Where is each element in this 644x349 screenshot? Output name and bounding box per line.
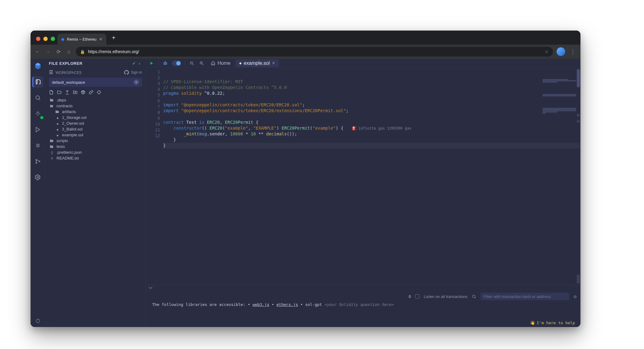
forward-button[interactable]: → <box>45 49 51 54</box>
listen-label: Listen on all transactions <box>424 294 467 299</box>
close-tab-icon[interactable]: ✕ <box>99 37 103 42</box>
terminal-search-icon[interactable] <box>472 294 476 299</box>
code-line[interactable]: // SPDX-License-Identifier: MIT <box>163 79 580 85</box>
tree-item[interactable]: README.txt <box>48 155 143 161</box>
hamburger-icon[interactable]: ☰ <box>49 70 53 75</box>
upload-folder-icon[interactable] <box>73 90 78 95</box>
zoom-in-icon[interactable] <box>197 59 206 67</box>
reload-button[interactable]: ⟳ <box>55 49 62 55</box>
address-bar[interactable]: 🔒 https://remix.ethereum.org/ ☆ <box>76 47 553 57</box>
git-icon[interactable] <box>32 156 43 167</box>
tab-file[interactable]: ◆ example.sol ✕ <box>236 59 279 67</box>
plugin-manager-icon[interactable] <box>31 315 45 327</box>
workspaces-label: WORKSPACES <box>56 71 82 75</box>
compiler-icon[interactable] <box>32 108 43 119</box>
tree-item[interactable]: example.sol <box>48 132 143 138</box>
code-line[interactable]: } <box>163 137 580 143</box>
lib-link[interactable]: ethers.js <box>276 302 298 307</box>
clear-terminal-icon[interactable]: ⊘ <box>573 294 577 299</box>
tree-item-label: .deps <box>57 98 66 102</box>
code-editor[interactable]: 123456789101112 // SPDX-License-Identifi… <box>146 68 580 285</box>
url-text: https://remix.ethereum.org/ <box>88 49 139 54</box>
signin-link[interactable]: Sign in <box>124 70 142 75</box>
code-line[interactable]: import "@openzeppelin/contracts/token/ER… <box>163 102 580 108</box>
add-workspace-icon[interactable]: + <box>134 79 139 85</box>
home-button[interactable]: ⌂ <box>65 49 72 54</box>
tab-home[interactable]: Home <box>207 59 234 67</box>
search-plugin-icon[interactable] <box>32 92 43 103</box>
lib-link[interactable]: web3.js <box>253 302 269 307</box>
tree-item[interactable]: 3_Ballot.sol <box>48 126 143 132</box>
code-line[interactable]: constructor() ERC20("example", "EXAMPLE"… <box>163 125 580 131</box>
browser-tab[interactable]: ◆ Remix – Ethereu ✕ <box>57 34 106 45</box>
terminal-collapse-bar[interactable]: ︾ <box>146 285 580 292</box>
new-file-icon[interactable] <box>49 90 54 95</box>
code-line[interactable]: // Compatible with OpenZeppelin Contract… <box>163 85 580 90</box>
toggle-switch[interactable] <box>172 61 181 66</box>
profile-avatar[interactable] <box>557 47 565 56</box>
panel-chevron-icon[interactable]: › <box>139 61 140 66</box>
minimap[interactable] <box>543 69 579 100</box>
workspace-selector[interactable]: default_workspace + <box>49 78 142 87</box>
code-line[interactable] <box>163 114 580 119</box>
tree-item[interactable]: 2_Owner.sol <box>48 120 143 126</box>
svg-point-3 <box>36 162 37 163</box>
tree-item[interactable]: tests <box>48 144 143 149</box>
tree-item[interactable]: scripts <box>48 138 143 144</box>
code-line[interactable]: import "@openzeppelin/contracts/token/ER… <box>163 108 580 114</box>
remix-logo-icon[interactable] <box>32 61 43 72</box>
tree-item-label: .prettierrc.json <box>57 150 82 155</box>
code-line[interactable]: pragma solidity ^0.8.22; <box>163 90 580 96</box>
bookmark-star-icon[interactable]: ☆ <box>545 49 549 54</box>
file-explorer-icon[interactable] <box>32 76 43 87</box>
close-window-icon[interactable] <box>36 37 40 41</box>
terminal-output[interactable]: The following libraries are accessible: … <box>146 301 580 327</box>
back-button[interactable]: ← <box>34 49 41 54</box>
tree-item[interactable]: artifacts <box>48 109 143 115</box>
debugger-icon[interactable] <box>32 140 43 151</box>
code-area[interactable]: // SPDX-License-Identifier: MIT// Compat… <box>163 68 580 285</box>
helper-widget[interactable]: 👋 I'm here to help <box>530 321 575 325</box>
listen-checkbox[interactable] <box>415 294 419 299</box>
terminal-filter-input[interactable] <box>481 293 569 300</box>
file-toolbar <box>49 90 142 95</box>
maximize-window-icon[interactable] <box>51 37 55 41</box>
code-line[interactable]: } <box>163 143 580 149</box>
tree-item[interactable]: contracts <box>48 103 143 109</box>
tree-item[interactable]: 1_Storage.sol <box>48 115 143 120</box>
scrollbar-thumb[interactable] <box>577 69 580 87</box>
tree-item[interactable]: .deps <box>48 97 143 103</box>
minimize-window-icon[interactable] <box>43 37 48 41</box>
code-line[interactable]: contract Test is ERC20, ERC20Permit { <box>163 119 580 125</box>
link-icon[interactable] <box>89 90 93 95</box>
svg-point-8 <box>166 63 166 64</box>
chevron-down-icon[interactable]: ︾ <box>148 286 153 292</box>
panel-header: FILE EXPLORER ✓ › <box>45 59 146 68</box>
deploy-run-icon[interactable] <box>32 124 43 135</box>
terminal-line: • ethers.js <box>272 302 298 307</box>
home-icon <box>211 61 215 65</box>
settings-icon[interactable] <box>32 172 43 183</box>
new-tab-button[interactable]: ＋ <box>106 33 121 45</box>
code-line[interactable] <box>163 96 580 102</box>
browser-menu-icon[interactable]: ⋮ <box>569 48 577 55</box>
helper-text: I'm here to help <box>537 321 575 325</box>
code-line[interactable]: _mint(msg.sender, 10000 * 10 ** decimals… <box>163 131 580 137</box>
tree-item[interactable]: .prettierrc.json <box>48 149 143 155</box>
tree-item-label: tests <box>57 144 65 149</box>
run-icon[interactable] <box>147 59 156 67</box>
tree-item-label: artifacts <box>62 109 76 114</box>
svg-point-1 <box>37 145 39 147</box>
accept-icon[interactable]: ✓ <box>132 61 136 66</box>
close-file-tab-icon[interactable]: ✕ <box>272 61 275 65</box>
diamond-icon[interactable] <box>97 90 101 95</box>
browser-tabstrip: ◆ Remix – Ethereu ✕ ＋ <box>31 31 580 45</box>
robot-icon[interactable] <box>161 59 170 67</box>
cube-icon[interactable] <box>81 90 86 95</box>
workspace-name: default_workspace <box>52 80 85 85</box>
vertical-scrollbar[interactable] <box>576 68 580 285</box>
window-controls <box>34 37 57 45</box>
zoom-out-icon[interactable] <box>188 59 196 67</box>
new-folder-icon[interactable] <box>57 90 62 95</box>
upload-file-icon[interactable] <box>65 90 70 95</box>
